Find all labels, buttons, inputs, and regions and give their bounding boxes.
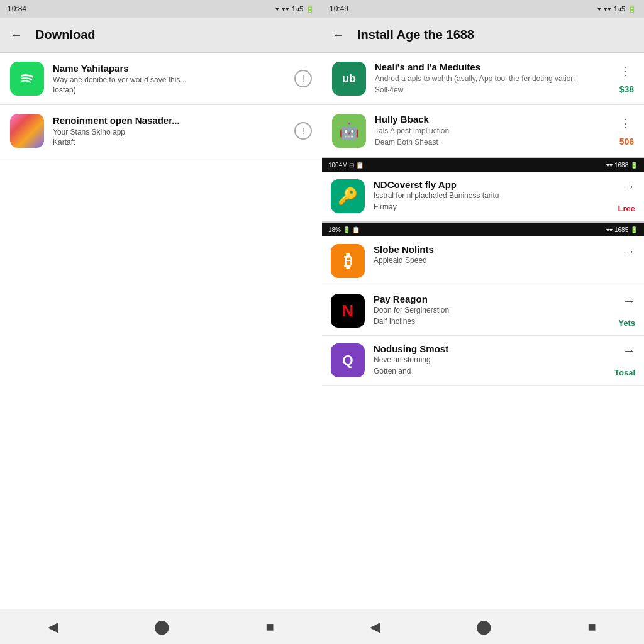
left-list: Name Yahitapars Way ane denibe to yer wo… [0,53,322,609]
phone2-app2-title: Pay Reagon [374,294,609,304]
back-nav-button[interactable]: ◀ [43,614,64,640]
macos-app-icon [10,114,44,148]
item-price: $38 [619,84,634,94]
phone2-app-item[interactable]: ₿ Slobe Nolints Appleald Speed → [322,236,644,286]
recents-nav-button[interactable]: ■ [261,614,279,640]
list-item-title: Renoinment open Nasader... [53,115,286,126]
right-status-bar: 10:49 ▾ ▾▾ 1a5 🔋 [322,0,644,18]
list-item[interactable]: Renoinment open Nasader... Your Stans Sk… [0,105,322,157]
right-list: ub Neali's and I'a Meduites Androd a apl… [322,53,644,609]
phone1-app-info: NDCoverst fly App Isstral for nl plachal… [374,179,609,211]
purple-app-icon: Q [331,343,365,377]
alert-icon: ! [294,122,312,140]
list-item-info: Renoinment open Nasader... Your Stans Sk… [53,115,286,147]
right-back-button[interactable]: ← [332,28,345,42]
battery-label: 1a5 [292,5,303,13]
phone2-app-item[interactable]: N Pay Reagon Doon for Serginerstion Dalf… [322,286,644,336]
right-top-bar: ← Install Age the 1688 [322,18,644,53]
right-list-item[interactable]: ub Neali's and I'a Meduites Androd a apl… [322,53,644,105]
phone1-price: Lree [618,204,635,213]
signal-icon: ▾▾ [282,5,289,13]
phone2-app3-desc: Neve an storning [374,355,606,365]
phone2-app3-price: Tosal [614,368,635,377]
right-item-title: Hully Bback [375,114,609,125]
phone1-app-author: Firmay [374,203,609,211]
left-status-icons: ▾ ▾▾ 1a5 🔋 [275,5,314,13]
left-bottom-nav: ◀ ⬤ ■ [0,609,322,644]
list-item[interactable]: Name Yahitapars Way ane denibe to yer wo… [0,53,322,105]
phone-screenshot-2: 18% 🔋 📋 ▾▾ 1685 🔋 ₿ Slobe Nolints Applea… [322,222,644,386]
right-item-author: Soll·4ew [375,86,609,94]
alert-icon: ! [294,70,312,87]
battery-label: 1a5 [614,5,625,13]
phone2-app1-title: Slobe Nolints [374,244,614,255]
left-status-time: 10:84 [8,4,26,13]
wifi-icon: ▾ [275,5,279,13]
right-panel: 10:49 ▾ ▾▾ 1a5 🔋 ← Install Age the 1688 … [322,0,644,644]
right-home-nav-button[interactable]: ⬤ [471,614,497,640]
spotify-svg-icon [16,68,38,89]
phone2-app2-desc: Doon for Serginerstion [374,306,609,316]
right-item-desc: Tals A post Impliuction [375,126,609,136]
phone2-status-right: ▾▾ 1685 🔋 [606,226,638,233]
phone1-status-right: ▾▾ 1688 🔋 [606,162,638,169]
phone2-app-item[interactable]: Q Nodusing Smost Neve an storning Gotten… [322,336,644,386]
arrow-right-icon: → [623,244,635,258]
orange-app-icon: ₿ [331,244,365,278]
more-options-button[interactable]: ⋮ [618,114,634,133]
right-bottom-nav: ◀ ⬤ ■ [322,609,644,644]
right-status-time: 10:49 [330,4,348,13]
right-page-title: Install Age the 1688 [357,28,474,42]
left-page-title: Download [35,28,96,42]
home-nav-button[interactable]: ⬤ [149,614,175,640]
green-msg-app-icon: ub [332,62,366,96]
phone1-status-left: 1004M ⊟ 📋 [328,162,364,169]
arrow-right-icon: → [623,343,635,358]
phone1-app-desc: Isstral for nl plachaled Buniness taritu [374,191,609,201]
left-back-button[interactable]: ← [10,28,23,42]
phone2-app1-info: Slobe Nolints Appleald Speed [374,244,614,266]
right-item-info: Neali's and I'a Meduites Androd a apls t… [375,62,609,94]
phone1-status-bar: 1004M ⊟ 📋 ▾▾ 1688 🔋 [322,158,644,172]
spotify-app-icon [10,62,44,96]
left-status-bar: 10:84 ▾ ▾▾ 1a5 🔋 [0,0,322,18]
right-item-title: Neali's and I'a Meduites [375,62,609,72]
list-item-sub: Kartaft [53,138,286,147]
phone2-app3-title: Nodusing Smost [374,343,606,354]
right-back-nav-button[interactable]: ◀ [365,614,386,640]
phone2-app1-desc: Appleald Speed [374,256,614,266]
item-price: 506 [619,136,634,147]
right-list-item[interactable]: 🤖 Hully Bback Tals A post Impliuction De… [322,105,644,157]
arrow-right-icon: → [623,294,635,308]
android-app-icon: 🤖 [332,114,366,148]
battery-icon: 🔋 [306,5,314,13]
list-item-info: Name Yahitapars Way ane denibe to yer wo… [53,63,286,94]
right-item-desc: Androd a apls to wohth (asully, App tool… [375,74,609,84]
phone2-app3-info: Nodusing Smost Neve an storning Gotten a… [374,343,606,375]
key-app-icon: 🔑 [331,179,365,213]
list-item-title: Name Yahitapars [53,63,286,74]
phone-screenshot-1: 1004M ⊟ 📋 ▾▾ 1688 🔋 🔑 NDCoverst fly App … [322,157,644,222]
more-options-button[interactable]: ⋮ [618,62,634,80]
phone2-status-bar: 18% 🔋 📋 ▾▾ 1685 🔋 [322,223,644,236]
netflix-app-icon: N [331,294,365,328]
list-item-desc: Your Stans Skino app [53,127,286,138]
phone1-app-item[interactable]: 🔑 NDCoverst fly App Isstral for nl plach… [322,172,644,221]
right-item-info: Hully Bback Tals A post Impliuction Deam… [375,114,609,147]
right-status-icons: ▾ ▾▾ 1a5 🔋 [597,5,636,13]
left-panel: 10:84 ▾ ▾▾ 1a5 🔋 ← Download Name Yahitap… [0,0,322,644]
signal-icon: ▾▾ [604,5,611,13]
left-top-bar: ← Download [0,18,322,53]
phone1-app-title: NDCoverst fly App [374,179,609,190]
list-item-desc: Way ane denibe to yer world save this... [53,75,286,86]
arrow-right-icon: → [623,179,635,194]
right-item-author: Deam Both Sheast [375,138,609,147]
phone2-app2-info: Pay Reagon Doon for Serginerstion Dalf I… [374,294,609,326]
list-item-sub: Iostap) [53,86,286,94]
wifi-icon: ▾ [597,5,601,13]
phone2-app2-author: Dalf Inolines [374,317,609,326]
phone2-app3-author: Gotten and [374,367,606,375]
phone2-app2-price: Yets [618,318,635,328]
right-recents-nav-button[interactable]: ■ [583,614,601,640]
battery-icon: 🔋 [628,5,636,13]
